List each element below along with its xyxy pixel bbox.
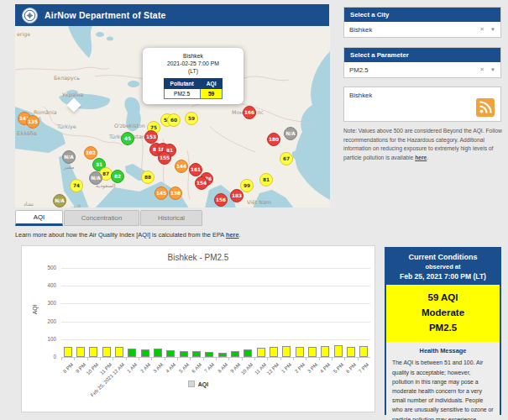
aqi-bar[interactable] [347, 347, 355, 357]
chart-x-tick-mark [126, 358, 127, 360]
aqi-bar[interactable] [128, 349, 136, 357]
city-clear-icon[interactable]: ✕ [479, 26, 484, 33]
chart-x-tick-label: 11 AM [254, 362, 267, 375]
chart-x-tick-mark [280, 358, 281, 360]
aqi-marker[interactable]: 81 [259, 173, 273, 186]
aqi-marker[interactable]: 138 [169, 186, 182, 200]
cc-health-title: Health Message [392, 347, 494, 354]
chart-x-tick-label: 8 AM [217, 362, 228, 374]
chart-x-tick-mark [100, 358, 101, 360]
note-here-link[interactable]: here [415, 155, 427, 160]
beyond-aqi-note: Note: Values above 500 are considered Be… [343, 127, 504, 163]
aqi-bar[interactable] [231, 351, 239, 357]
chart-x-tick-mark [228, 358, 229, 360]
aqi-marker[interactable]: 45 [121, 132, 134, 145]
chart-legend[interactable]: AQI [22, 381, 374, 387]
aqi-bar[interactable] [296, 347, 304, 357]
aqi-bar[interactable] [76, 347, 85, 357]
aqi-bar[interactable] [270, 347, 278, 357]
map-popup: Bishkek 2021-02-25 7:00 PM (LT) Pollutan… [143, 48, 244, 104]
chart-x-tick-mark [139, 358, 139, 360]
city-select[interactable]: Bishkek ✕ ▼ [344, 22, 500, 37]
department-of-state-seal-icon [22, 8, 38, 24]
aqi-bar[interactable] [154, 349, 162, 357]
parameter-caret-down-icon[interactable]: ▼ [490, 67, 495, 72]
tab-aqi[interactable]: AQI [15, 210, 63, 226]
aqi-bar[interactable] [359, 346, 368, 357]
aqi-bar[interactable] [334, 345, 343, 357]
chart-y-tick: 300 [33, 300, 56, 306]
aqi-bar[interactable] [257, 348, 265, 357]
aqi-marker[interactable]: 156 [214, 193, 228, 207]
aqi-bar[interactable] [321, 346, 329, 357]
aqi-map[interactable]: erigeБеларусьУкраїнаRomâniaΕλλάδαTürkiye… [15, 26, 330, 207]
aqi-marker[interactable]: 102 [84, 146, 97, 160]
aqi-marker[interactable]: 74 [70, 179, 83, 192]
aqi-bar[interactable] [115, 347, 123, 357]
aqi-bar[interactable] [89, 347, 97, 357]
chart-x-tick-label: 10 PM [86, 362, 100, 376]
aqi-marker[interactable]: 180 [267, 133, 280, 146]
aqi-bar[interactable] [102, 347, 111, 357]
aqi-bar[interactable] [64, 347, 72, 357]
aqi-bar[interactable] [244, 349, 252, 357]
aqi-marker[interactable]: N/A [62, 150, 76, 164]
cc-datetime: Feb 25, 2021 7:00 PM (LT) [388, 272, 498, 281]
legend-label: AQI [198, 381, 208, 387]
aqi-marker[interactable]: 153 [144, 130, 158, 144]
aqi-marker[interactable]: 183 [230, 189, 244, 202]
cc-observed-at: observed at [388, 263, 498, 270]
cc-pollutant: PM2.5 [386, 321, 500, 336]
popup-datetime: 2021-02-25 7:00 PM [146, 60, 240, 67]
aqi-marker[interactable]: 155 [158, 151, 171, 165]
aqi-marker[interactable]: 144 [175, 160, 188, 173]
aqi-marker[interactable]: 145 [154, 186, 168, 200]
aqi-marker[interactable]: N/A [53, 194, 66, 207]
rss-feed-icon[interactable] [476, 98, 495, 117]
popup-col-pollutant: Pollutant [164, 78, 200, 88]
chart-x-tick-mark [332, 358, 333, 360]
aqi-marker[interactable]: N/A [284, 127, 297, 140]
city-select-value: Bishkek [349, 26, 479, 34]
chart-x-tick-mark [177, 358, 178, 360]
aqi-marker[interactable]: 166 [243, 106, 256, 119]
chart-x-tick-label: 5 PM [333, 362, 344, 374]
chart-x-tick-mark [165, 358, 165, 360]
chart-x-tick-mark [267, 358, 268, 360]
aqi-marker[interactable]: 154 [195, 176, 208, 190]
tab-historical[interactable]: Historical [140, 210, 202, 226]
popup-pollutant-value: PM2.5 [164, 88, 200, 98]
parameter-select[interactable]: PM2.5 ✕ ▼ [344, 62, 500, 77]
parameter-clear-icon[interactable]: ✕ [479, 66, 484, 73]
aqi-marker[interactable]: 82 [111, 170, 124, 183]
chart-x-tick-mark [358, 358, 359, 360]
aqi-marker[interactable]: N/A [89, 171, 102, 185]
aqi-bar[interactable] [308, 347, 317, 357]
tab-concentration[interactable]: Concentration [64, 210, 139, 226]
chart-x-tick-label: 4 AM [165, 362, 177, 374]
aqi-marker[interactable]: 60 [167, 113, 181, 127]
aqi-marker[interactable]: 135 [26, 115, 39, 129]
select-city-header: Select a City [344, 8, 500, 22]
aqi-bar[interactable] [282, 346, 291, 357]
aqi-marker[interactable]: 67 [280, 152, 293, 165]
aqi-bar[interactable] [218, 353, 227, 357]
popup-city: Bishkek [146, 52, 240, 60]
aqi-marker[interactable]: 99 [240, 179, 254, 192]
epa-here-link[interactable]: here [226, 231, 239, 239]
aqi-bar[interactable] [205, 352, 213, 357]
aqi-bar[interactable] [192, 351, 201, 357]
aqi-marker[interactable]: 88 [141, 171, 154, 184]
chart-x-tick-label: 8 PM [62, 362, 74, 374]
chart-y-tick: 200 [33, 318, 56, 324]
chart-x-tick-mark [74, 358, 75, 360]
city-caret-down-icon[interactable]: ▼ [490, 27, 495, 32]
aqi-marker[interactable]: 59 [185, 112, 198, 125]
popup-aqi-value: 59 [200, 88, 223, 98]
aqi-bar[interactable] [180, 351, 188, 357]
chart-x-tick-label: 5 AM [178, 362, 190, 374]
aqi-bar[interactable] [141, 349, 149, 357]
aqi-bar[interactable] [166, 350, 175, 357]
chart-x-tick-label: 3 AM [152, 362, 164, 374]
cc-aqi-value: 59 AQI [386, 291, 500, 306]
